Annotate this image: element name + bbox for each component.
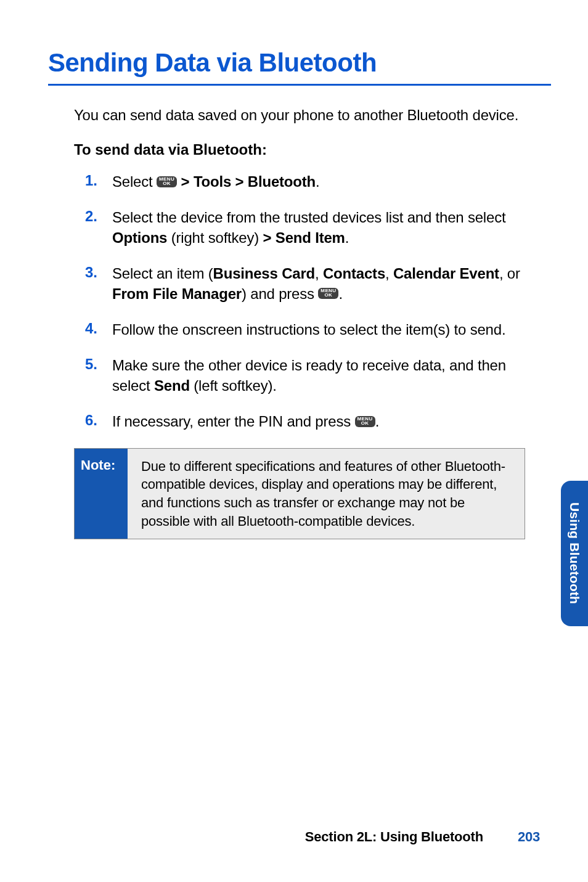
step-body: Make sure the other device is ready to r… xyxy=(112,356,525,396)
page-title: Sending Data via Bluetooth xyxy=(48,48,551,78)
subheading: To send data via Bluetooth: xyxy=(74,141,525,158)
step-text: (left softkey). xyxy=(190,377,277,394)
step-1: 1. Select MENU OK > Tools > Bluetooth. xyxy=(85,172,525,192)
step-bold-text: > Tools > Bluetooth xyxy=(181,173,316,190)
step-3: 3. Select an item (Business Card, Contac… xyxy=(85,264,525,304)
note-label: Note: xyxy=(75,449,128,539)
step-2: 2. Select the device from the trusted de… xyxy=(85,208,525,248)
step-text: . xyxy=(375,413,379,430)
step-number: 1. xyxy=(85,172,112,192)
step-bold-text: Send xyxy=(154,377,190,394)
note-text: Due to different specifications and feat… xyxy=(128,449,525,539)
steps-list: 1. Select MENU OK > Tools > Bluetooth. 2… xyxy=(74,172,525,432)
title-wrap: Sending Data via Bluetooth xyxy=(48,48,551,86)
step-text: . xyxy=(345,229,349,246)
step-number: 6. xyxy=(85,412,112,431)
step-number: 4. xyxy=(85,320,112,340)
step-text: Select the device from the trusted devic… xyxy=(112,209,505,226)
side-tab: Using Bluetooth xyxy=(561,481,588,626)
step-text: If necessary, enter the PIN and press xyxy=(112,413,355,430)
step-text: , xyxy=(315,265,323,282)
step-text: . xyxy=(316,173,319,190)
intro-text: You can send data saved on your phone to… xyxy=(74,107,525,124)
content: You can send data saved on your phone to… xyxy=(48,107,551,539)
menu-key-bottom: OK xyxy=(361,421,369,426)
menu-ok-key-icon: MENU OK xyxy=(318,288,338,299)
step-body: Select an item (Business Card, Contacts,… xyxy=(112,264,525,304)
menu-ok-key-icon: MENU OK xyxy=(355,416,375,427)
note-box: Note: Due to different specifications an… xyxy=(74,448,525,540)
step-number: 3. xyxy=(85,264,112,304)
step-body: If necessary, enter the PIN and press ME… xyxy=(112,412,379,431)
step-bold-text: Calendar Event xyxy=(393,265,499,282)
step-body: Select the device from the trusted devic… xyxy=(112,208,525,248)
step-number: 5. xyxy=(85,356,112,396)
document-page: Sending Data via Bluetooth You can send … xyxy=(0,0,588,882)
step-text: (right softkey) xyxy=(167,229,263,246)
step-text: Select an item ( xyxy=(112,265,213,282)
step-4: 4. Follow the onscreen instructions to s… xyxy=(85,320,525,340)
step-body: Follow the onscreen instructions to sele… xyxy=(112,320,505,340)
step-text: Select xyxy=(112,173,157,190)
step-body: Select MENU OK > Tools > Bluetooth. xyxy=(112,172,320,192)
step-text: ) and press xyxy=(242,285,318,302)
menu-ok-key-icon: MENU OK xyxy=(157,176,177,187)
footer-section: Section 2L: Using Bluetooth xyxy=(305,829,483,844)
side-tab-label: Using Bluetooth xyxy=(567,502,582,604)
step-bold-text: From File Manager xyxy=(112,285,242,302)
step-6: 6. If necessary, enter the PIN and press… xyxy=(85,412,525,431)
step-text: . xyxy=(338,285,342,302)
menu-key-bottom: OK xyxy=(324,293,332,298)
menu-key-bottom: OK xyxy=(163,181,171,186)
step-number: 2. xyxy=(85,208,112,248)
step-bold-text: > Send Item xyxy=(263,229,345,246)
step-bold-text: Business Card xyxy=(213,265,315,282)
step-text: , or xyxy=(499,265,520,282)
step-bold-text: Options xyxy=(112,229,167,246)
step-text: , xyxy=(385,265,393,282)
page-footer: Section 2L: Using Bluetooth 203 xyxy=(305,829,540,845)
step-5: 5. Make sure the other device is ready t… xyxy=(85,356,525,396)
footer-page-number: 203 xyxy=(518,829,540,844)
step-bold-text: Contacts xyxy=(323,265,385,282)
